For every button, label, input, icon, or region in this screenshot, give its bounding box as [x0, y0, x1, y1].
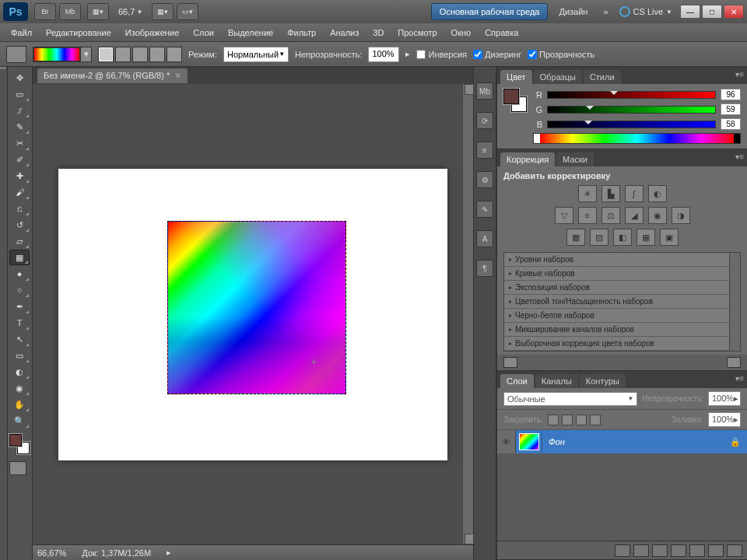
history-panel-icon[interactable]: ⟳: [476, 112, 493, 129]
zoom-level-dropdown[interactable]: 66,7 ▼: [115, 7, 146, 16]
actions-panel-icon[interactable]: ≡: [476, 142, 493, 159]
menu-help[interactable]: Справка: [479, 26, 524, 40]
screen-mode-dropdown[interactable]: ▭▾: [177, 3, 198, 20]
adj-footer-left-icon[interactable]: [503, 357, 517, 368]
tab-channels[interactable]: Каналы: [535, 374, 578, 388]
panel-menu-icon[interactable]: ▾≡: [735, 374, 744, 383]
3d-camera-tool[interactable]: ◉: [9, 380, 30, 396]
layer-row[interactable]: 👁 Фон 🔒: [497, 430, 747, 453]
opacity-flyout[interactable]: ▸: [405, 49, 410, 59]
gradient-diamond[interactable]: [167, 47, 182, 62]
b-slider[interactable]: [547, 121, 716, 128]
adj-invert-icon[interactable]: ▩: [566, 229, 585, 246]
lock-position-icon[interactable]: [576, 415, 587, 425]
adj-curves-icon[interactable]: ∫: [625, 185, 644, 202]
eyedropper-tool[interactable]: ✐: [9, 152, 30, 167]
more-workspaces-button[interactable]: »: [598, 4, 612, 19]
menu-window[interactable]: Окно: [445, 26, 478, 40]
color-spectrum[interactable]: [533, 133, 741, 144]
type-tool[interactable]: T: [9, 315, 30, 331]
view-extras-dropdown[interactable]: ▦▾: [87, 3, 109, 20]
close-tab-icon[interactable]: ✕: [174, 71, 181, 81]
toolbox-collapse[interactable]: [0, 67, 8, 560]
adj-footer-right-icon[interactable]: [727, 357, 741, 368]
adj-photofilter-icon[interactable]: ◉: [648, 207, 667, 224]
history-brush-tool[interactable]: ↺: [9, 217, 30, 233]
design-workspace-button[interactable]: Дизайн: [554, 4, 592, 19]
tab-styles[interactable]: Стили: [584, 70, 621, 84]
lock-all-icon[interactable]: [590, 415, 601, 425]
adj-threshold-icon[interactable]: ◧: [613, 229, 632, 246]
menu-3d[interactable]: 3D: [366, 26, 390, 40]
menu-image[interactable]: Изображение: [119, 26, 185, 40]
transparency-checkbox[interactable]: Прозрачность: [528, 50, 594, 59]
dither-checkbox[interactable]: Дизеринг: [473, 50, 521, 59]
hand-tool[interactable]: ✋: [9, 397, 30, 412]
arrange-docs-dropdown[interactable]: ▦▾: [152, 3, 174, 20]
preset-item[interactable]: Уровни наборов: [504, 253, 740, 267]
gradient-picker[interactable]: ▾: [33, 47, 92, 62]
gradient-tool[interactable]: ▦: [9, 250, 30, 265]
maximize-button[interactable]: □: [702, 5, 722, 19]
zoom-tool[interactable]: 🔍: [9, 413, 30, 429]
document-tab[interactable]: Без имени-2 @ 66,7% (RGB/8) * ✕: [37, 68, 188, 83]
color-fg-bg[interactable]: [503, 89, 527, 112]
bridge-button[interactable]: Br: [34, 3, 56, 20]
character-panel-icon[interactable]: A: [476, 230, 493, 247]
gradient-angle[interactable]: [132, 47, 148, 62]
menu-file[interactable]: Файл: [5, 26, 38, 40]
g-value[interactable]: 59: [721, 103, 741, 115]
adj-posterize-icon[interactable]: ▨: [590, 229, 608, 246]
g-slider[interactable]: [547, 106, 716, 114]
tool-preset-picker[interactable]: [6, 46, 26, 63]
new-group-icon[interactable]: [689, 544, 705, 557]
adj-exposure-icon[interactable]: ◐: [648, 185, 667, 202]
dodge-tool[interactable]: ○: [9, 282, 30, 298]
tab-masks[interactable]: Маски: [556, 152, 594, 166]
move-tool[interactable]: ✥: [9, 70, 30, 86]
adj-colorbalance-icon[interactable]: ⚖: [601, 207, 620, 224]
adj-selectivecolor-icon[interactable]: ▣: [660, 229, 679, 246]
tab-swatches[interactable]: Образцы: [534, 70, 582, 84]
path-select-tool[interactable]: ↖: [9, 331, 30, 347]
quick-select-tool[interactable]: ✎: [9, 119, 30, 135]
paragraph-panel-icon[interactable]: ¶: [476, 260, 493, 277]
healing-tool[interactable]: ✚: [9, 168, 30, 184]
tab-adjustments[interactable]: Коррекция: [500, 152, 555, 166]
menu-layers[interactable]: Слои: [187, 26, 220, 40]
close-button[interactable]: ✕: [724, 5, 744, 19]
adj-vibrance-icon[interactable]: ▽: [555, 207, 573, 224]
brushes-panel-icon[interactable]: ✎: [476, 201, 493, 218]
layer-name[interactable]: Фон: [542, 437, 730, 446]
marquee-tool[interactable]: ▭: [9, 86, 30, 102]
delete-layer-icon[interactable]: [727, 544, 742, 557]
pen-tool[interactable]: ✒: [9, 299, 30, 314]
adj-hue-icon[interactable]: ≡: [578, 207, 597, 224]
gradient-radial[interactable]: [115, 47, 131, 62]
fg-swatch[interactable]: [503, 89, 519, 104]
menu-edit[interactable]: Редактирование: [40, 26, 117, 40]
new-adjustment-icon[interactable]: [671, 544, 686, 557]
panel-menu-icon[interactable]: ▾≡: [735, 152, 744, 161]
blur-tool[interactable]: ●: [9, 266, 30, 282]
menu-select[interactable]: Выделение: [222, 26, 279, 40]
lock-transparency-icon[interactable]: [548, 415, 559, 425]
lasso-tool[interactable]: ⎎: [9, 103, 30, 118]
layer-blend-mode-select[interactable]: Обычные▼: [503, 392, 637, 406]
preset-item[interactable]: Цветовой тон/Насыщенность наборов: [504, 295, 740, 309]
panel-menu-icon[interactable]: ▾≡: [735, 70, 744, 79]
link-layers-icon[interactable]: [615, 544, 630, 557]
tab-paths[interactable]: Контуры: [580, 374, 626, 388]
workspace-button[interactable]: Основная рабочая среда: [431, 3, 549, 20]
vertical-scrollbar[interactable]: [462, 84, 473, 544]
canvas[interactable]: +: [58, 169, 447, 460]
foreground-color[interactable]: [9, 434, 22, 446]
preset-item[interactable]: Черно-белое наборов: [504, 309, 740, 323]
preset-item[interactable]: Микширование каналов наборов: [504, 323, 740, 337]
status-flyout[interactable]: ▸: [167, 548, 171, 558]
quick-mask-toggle[interactable]: [9, 461, 26, 475]
stamp-tool[interactable]: ⎌: [9, 201, 30, 216]
color-swatches[interactable]: [9, 434, 30, 454]
minibridge-panel-icon[interactable]: Mb: [476, 82, 493, 100]
preset-item[interactable]: Экспозиция наборов: [504, 281, 740, 295]
